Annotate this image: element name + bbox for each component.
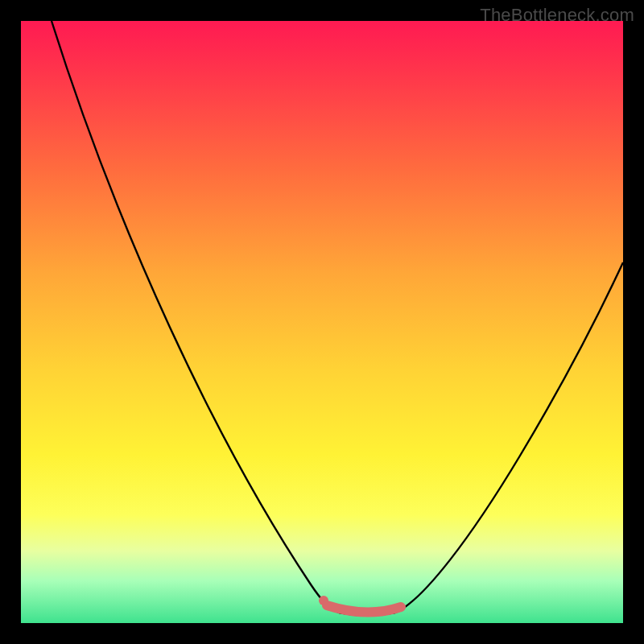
curve-left-branch: [52, 21, 339, 613]
optimal-range-marker: [327, 605, 401, 613]
watermark-text: TheBottleneck.com: [480, 5, 634, 26]
optimal-range-start-dot: [319, 596, 328, 605]
bottleneck-curve: [21, 21, 623, 623]
curve-right-branch: [395, 262, 623, 613]
chart-frame: TheBottleneck.com: [0, 0, 644, 644]
plot-area: [21, 21, 623, 623]
